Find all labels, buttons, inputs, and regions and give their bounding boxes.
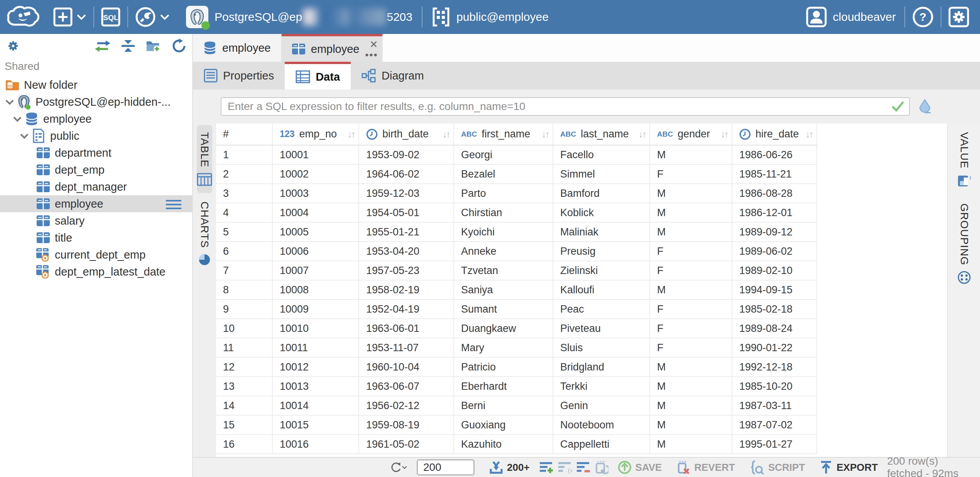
column-header-last_name[interactable]: ABClast_name↓↑: [553, 123, 650, 145]
row-number-cell[interactable]: 2: [216, 164, 272, 184]
table-cell[interactable]: Mary: [454, 338, 553, 357]
table-cell[interactable]: 1992-12-18: [732, 357, 817, 377]
table-cell[interactable]: Kalloufi: [553, 280, 650, 299]
table-cell[interactable]: 10007: [272, 261, 359, 280]
table-cell[interactable]: Berni: [454, 396, 553, 415]
table-cell[interactable]: 10013: [272, 377, 359, 396]
table-cell[interactable]: M: [650, 415, 732, 435]
table-cell[interactable]: M: [650, 377, 732, 396]
help-button[interactable]: ?: [905, 0, 941, 34]
table-cell[interactable]: 1959-12-03: [359, 184, 454, 203]
table-cell[interactable]: 1956-02-12: [359, 396, 454, 415]
table-cell[interactable]: Parto: [454, 184, 553, 203]
rollback-button[interactable]: [595, 459, 608, 476]
vtab-table[interactable]: TABLE: [197, 125, 212, 193]
schema-selector[interactable]: public@employee: [422, 0, 558, 34]
table-cell[interactable]: 10003: [272, 184, 359, 203]
row-number-cell[interactable]: 1: [216, 145, 272, 164]
node-menu-icon[interactable]: [165, 199, 182, 210]
sort-icon[interactable]: ↓↑: [806, 129, 813, 140]
table-cell[interactable]: Kazuhito: [454, 435, 553, 454]
table-cell[interactable]: 1986-06-26: [732, 145, 817, 164]
table-cell[interactable]: 1955-01-21: [359, 222, 454, 242]
tree-item-dept-emp-latest-date[interactable]: dept_emp_latest_date: [0, 263, 192, 280]
table-cell[interactable]: 1989-08-24: [732, 319, 817, 338]
settings-button[interactable]: [941, 0, 976, 34]
new-folder-button[interactable]: [146, 38, 161, 54]
table-cell[interactable]: 1961-05-02: [359, 435, 454, 454]
table-cell[interactable]: 10005: [272, 222, 359, 242]
table-cell[interactable]: 10015: [272, 415, 359, 435]
table-cell[interactable]: Piveteau: [553, 319, 650, 338]
table-cell[interactable]: 1959-08-19: [359, 415, 454, 435]
table-cell[interactable]: 1989-02-10: [732, 261, 817, 280]
table-cell[interactable]: 1989-09-12: [732, 222, 817, 242]
table-cell[interactable]: 1994-09-15: [732, 280, 817, 299]
connection-selector[interactable]: PostgreSQL@ep5203: [177, 0, 422, 34]
table-cell[interactable]: 1960-10-04: [359, 357, 454, 377]
expand-chevron[interactable]: [19, 132, 30, 139]
table-cell[interactable]: Tzvetan: [454, 261, 553, 280]
table-cell[interactable]: F: [650, 242, 732, 261]
column-header-birth_date[interactable]: birth_date↓↑: [359, 123, 454, 145]
table-cell[interactable]: 1985-10-20: [732, 377, 817, 396]
revert-button[interactable]: REVERT: [671, 459, 740, 476]
navigator-settings-button[interactable]: [5, 38, 21, 54]
table-cell[interactable]: M: [650, 184, 732, 203]
subtab-data[interactable]: Data: [285, 62, 351, 90]
table-cell[interactable]: Simmel: [553, 164, 650, 184]
table-cell[interactable]: 1990-01-22: [732, 338, 817, 357]
duplicate-row-button[interactable]: (+): [558, 459, 572, 476]
script-button[interactable]: SCRIPT: [744, 459, 810, 476]
sort-icon[interactable]: ↓↑: [639, 129, 645, 140]
tree-item-new-folder[interactable]: New folder: [0, 76, 192, 93]
table-cell[interactable]: 10016: [272, 435, 359, 454]
tree-item-department[interactable]: department: [0, 144, 192, 161]
table-cell[interactable]: M: [650, 435, 732, 454]
column-header-first_name[interactable]: ABCfirst_name↓↑: [454, 123, 553, 145]
row-number-cell[interactable]: 11: [216, 338, 272, 357]
table-cell[interactable]: Georgi: [454, 145, 553, 164]
tree-item-employee[interactable]: employee: [0, 110, 192, 127]
table-cell[interactable]: Duangkaew: [454, 319, 553, 338]
table-cell[interactable]: 10011: [272, 338, 359, 357]
table-cell[interactable]: Koblick: [553, 203, 650, 222]
table-cell[interactable]: M: [650, 396, 732, 415]
table-cell[interactable]: 1963-06-07: [359, 377, 454, 396]
row-number-cell[interactable]: 7: [216, 261, 272, 280]
table-cell[interactable]: 10014: [272, 396, 359, 415]
row-number-cell[interactable]: 15: [216, 415, 272, 435]
tab-employee[interactable]: employee: [193, 34, 282, 62]
table-cell[interactable]: 1954-05-01: [359, 203, 454, 222]
table-cell[interactable]: 10002: [272, 164, 359, 184]
table-cell[interactable]: 1986-12-01: [732, 203, 817, 222]
table-cell[interactable]: 10004: [272, 203, 359, 222]
table-cell[interactable]: 1953-09-02: [359, 145, 454, 164]
sort-icon[interactable]: ↓↑: [721, 129, 728, 140]
column-header-emp_no[interactable]: 123emp_no↓↑: [272, 123, 359, 145]
row-number-cell[interactable]: 9: [216, 299, 272, 319]
table-cell[interactable]: 1995-01-27: [732, 435, 817, 454]
collapse-tree-button[interactable]: [120, 38, 136, 54]
table-cell[interactable]: 1985-11-21: [732, 164, 817, 184]
table-cell[interactable]: 10008: [272, 280, 359, 299]
row-number-cell[interactable]: 14: [216, 396, 272, 415]
table-cell[interactable]: Peac: [553, 299, 650, 319]
table-cell[interactable]: M: [650, 280, 732, 299]
sort-icon[interactable]: ↓↑: [348, 129, 355, 140]
export-button[interactable]: EXPORT: [814, 459, 883, 476]
table-cell[interactable]: Terkki: [553, 377, 650, 396]
table-cell[interactable]: 10010: [272, 319, 359, 338]
add-row-button[interactable]: [539, 459, 554, 476]
table-cell[interactable]: 1957-05-23: [359, 261, 454, 280]
vtab-grouping[interactable]: GROUPING: [957, 196, 971, 291]
table-cell[interactable]: Preusig: [553, 242, 650, 261]
row-number-cell[interactable]: 10: [216, 319, 272, 338]
refresh-result-button[interactable]: [390, 459, 407, 476]
table-cell[interactable]: 1986-08-28: [732, 184, 817, 203]
vtab-charts[interactable]: CHARTS: [198, 195, 211, 274]
table-cell[interactable]: Patricio: [454, 357, 553, 377]
table-cell[interactable]: Maliniak: [553, 222, 650, 242]
save-button[interactable]: SAVE: [612, 459, 667, 476]
custom-filter-icon[interactable]: [918, 99, 931, 114]
